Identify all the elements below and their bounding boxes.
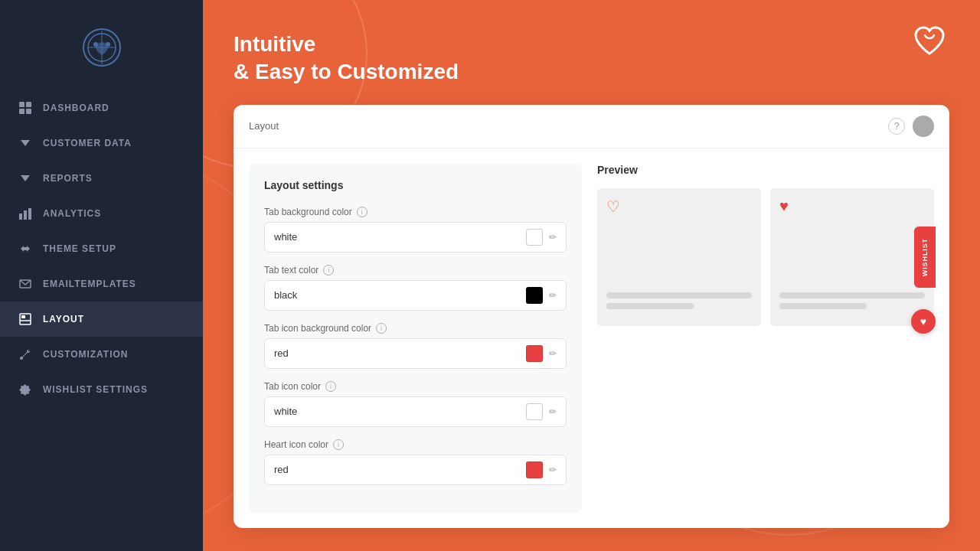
setting-controls-heart-color: ✏	[526, 461, 557, 478]
preview-placeholder-2	[779, 292, 925, 314]
preview-heart-outline: ♡	[606, 197, 620, 216]
card-top-icons: ?	[888, 116, 934, 137]
sidebar-item-analytics[interactable]: ANALYTICS	[0, 196, 203, 231]
info-icon-heart-color[interactable]: i	[333, 439, 344, 450]
sidebar-label-analytics: ANALYTICS	[43, 208, 101, 219]
setting-controls-tab-bg: ✏	[526, 229, 557, 246]
svg-rect-13	[24, 210, 27, 220]
sidebar-item-theme-setup[interactable]: THEME SETUP	[0, 231, 203, 266]
arrows-icon	[18, 242, 32, 256]
sidebar-label-customer-data: CUSTOMER DATA	[43, 138, 132, 148]
sidebar-item-customer-data[interactable]: CUSTOMER DATA	[0, 126, 203, 161]
settings-panel-title: Layout settings	[264, 179, 567, 191]
setting-row-tab-bg: Tab background color i white ✏	[264, 207, 567, 253]
triangle-icon-1	[18, 136, 32, 150]
sidebar-logo	[0, 0, 203, 90]
setting-row-tab-icon-color: Tab icon color i white ✏	[264, 381, 567, 427]
setting-row-heart-color: Heart icon color i red ✏	[264, 439, 567, 485]
wishlist-fab-icon: ♥	[920, 315, 926, 328]
edit-icon-tab-icon-bg[interactable]: ✏	[549, 348, 557, 359]
preview-card-1: ♡	[597, 188, 761, 326]
color-swatch-tab-icon-color[interactable]	[526, 403, 543, 420]
sidebar-label-layout: LAYOUT	[43, 314, 84, 324]
setting-controls-tab-icon-color: ✏	[526, 403, 557, 420]
color-swatch-tab-bg[interactable]	[526, 229, 543, 246]
info-icon-tab-icon-bg[interactable]: i	[376, 323, 387, 334]
sidebar-item-layout[interactable]: LAYOUT	[0, 302, 203, 337]
setting-value-tab-icon-color: white	[274, 406, 297, 417]
preview-card-2: ♥	[770, 188, 934, 326]
setting-label-tab-text: Tab text color i	[264, 265, 567, 276]
info-icon-tab-icon-color[interactable]: i	[325, 381, 336, 392]
setting-controls-tab-text: ✏	[526, 287, 557, 304]
main-card: Layout ? Layout settings Tab background …	[234, 105, 949, 528]
setting-label-tab-icon-color: Tab icon color i	[264, 381, 567, 392]
setting-label-tab-bg: Tab background color i	[264, 207, 567, 217]
edit-icon-tab-icon-color[interactable]: ✏	[549, 406, 557, 417]
color-swatch-heart-color[interactable]	[526, 461, 543, 478]
sidebar-label-theme-setup: THEME SETUP	[43, 243, 116, 254]
wrench-icon	[18, 347, 32, 361]
sidebar-item-reports[interactable]: REPORTS	[0, 161, 203, 196]
preview-content: ♡ ♥	[597, 188, 934, 326]
info-icon-tab-bg[interactable]: i	[357, 207, 368, 217]
setting-row-tab-icon-bg: Tab icon background color i red ✏	[264, 323, 567, 369]
wishlist-tab-text: WISHLIST	[921, 238, 929, 276]
card-top-bar-title: Layout	[249, 120, 279, 132]
sidebar-item-customization[interactable]: CUSTOMIZATION	[0, 337, 203, 372]
setting-value-tab-bg: white	[274, 231, 297, 243]
sidebar-label-wishlist-settings: WISHLIST SETTINGS	[43, 384, 148, 395]
svg-rect-12	[19, 214, 22, 220]
placeholder-line-1a	[606, 292, 752, 298]
info-icon-tab-text[interactable]: i	[323, 265, 334, 276]
preview-placeholder-1	[606, 292, 752, 314]
sidebar-label-dashboard: DASHBOARD	[43, 103, 109, 113]
setting-controls-tab-icon-bg: ✏	[526, 345, 557, 362]
setting-input-tab-bg[interactable]: white ✏	[264, 222, 567, 253]
color-swatch-tab-text[interactable]	[526, 287, 543, 304]
setting-label-tab-icon-bg: Tab icon background color i	[264, 323, 567, 334]
setting-input-tab-icon-bg[interactable]: red ✏	[264, 338, 567, 369]
svg-rect-9	[26, 109, 31, 114]
user-avatar[interactable]	[913, 116, 934, 137]
setting-input-tab-text[interactable]: black ✏	[264, 280, 567, 311]
image-icon	[18, 312, 32, 326]
setting-value-heart-color: red	[274, 464, 289, 475]
sidebar-item-email-templates[interactable]: EMAILTEMPLATES	[0, 266, 203, 302]
settings-panel: Layout settings Tab background color i w…	[249, 164, 582, 513]
edit-icon-tab-bg[interactable]: ✏	[549, 232, 557, 243]
svg-marker-10	[21, 140, 30, 146]
sidebar-label-reports: REPORTS	[43, 173, 93, 184]
preview-title: Preview	[597, 164, 934, 176]
help-icon[interactable]: ?	[888, 118, 905, 135]
setting-value-tab-icon-bg: red	[274, 347, 289, 359]
page-title: Intuitive & Easy to Customized	[234, 31, 949, 86]
wishlist-tab[interactable]: WISHLIST	[914, 227, 936, 288]
svg-marker-11	[21, 175, 30, 181]
setting-input-heart-color[interactable]: red ✏	[264, 455, 567, 485]
edit-icon-tab-text[interactable]: ✏	[549, 290, 557, 301]
edit-icon-heart-color[interactable]: ✏	[549, 465, 557, 475]
sidebar-item-wishlist-settings[interactable]: WISHLIST SETTINGS	[0, 372, 203, 407]
setting-input-tab-icon-color[interactable]: white ✏	[264, 396, 567, 427]
svg-rect-17	[21, 315, 25, 318]
placeholder-line-2b	[779, 303, 867, 309]
sidebar: DASHBOARD CUSTOMER DATA REPORTS	[0, 0, 203, 551]
svg-rect-14	[28, 208, 31, 220]
setting-row-tab-text: Tab text color i black ✏	[264, 265, 567, 311]
card-top-bar: Layout ?	[234, 105, 949, 148]
svg-rect-7	[26, 102, 31, 107]
page-header: Intuitive & Easy to Customized	[234, 31, 949, 86]
svg-point-2	[93, 42, 98, 47]
sidebar-label-customization: CUSTOMIZATION	[43, 349, 128, 360]
preview-heart-filled: ♥	[779, 197, 789, 215]
svg-rect-6	[19, 102, 24, 107]
svg-rect-8	[19, 109, 24, 114]
sidebar-nav: DASHBOARD CUSTOMER DATA REPORTS	[0, 90, 203, 551]
sidebar-item-dashboard[interactable]: DASHBOARD	[0, 90, 203, 126]
sidebar-label-email-templates: EMAILTEMPLATES	[43, 279, 136, 289]
wishlist-fab[interactable]: ♥	[911, 309, 936, 334]
mail-icon	[18, 277, 32, 291]
color-swatch-tab-icon-bg[interactable]	[526, 345, 543, 362]
gear-icon	[18, 383, 32, 396]
